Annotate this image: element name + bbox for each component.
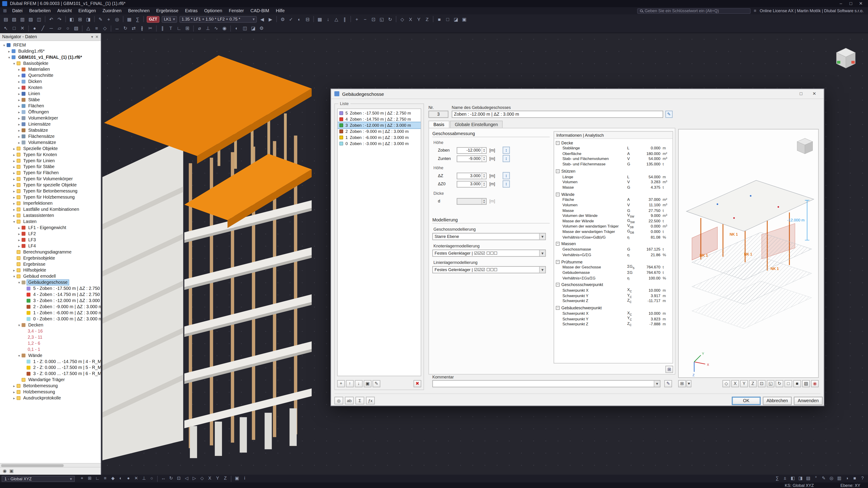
isometric-view-icon[interactable]: ◇ [398,15,406,23]
mirror-objects-icon[interactable]: ⇄ [129,24,138,32]
close-navigator-icon[interactable]: ✕ [95,35,98,39]
visibility-eye-icon[interactable]: ◉ [3,468,6,474]
intersection-snap-icon[interactable]: ✕ [132,475,140,482]
tree-item[interactable]: ▾Wände [0,352,101,359]
tree-item[interactable]: 1 - Zoben : -6.000 m | ΔZ : 3.000 m [0,310,101,316]
tree-item[interactable]: ▾Basisobjekte [0,60,101,66]
new-member-icon[interactable]: ─ [47,24,55,32]
divide-line-icon[interactable]: ∦ [138,24,146,32]
rotate-objects-icon[interactable]: ↻ [121,24,129,32]
new-text-icon[interactable]: T [166,24,175,32]
tree-item[interactable]: Ergebnisobjekte [0,255,101,261]
preview-fit-view-icon[interactable]: ◱ [767,380,774,387]
collapse-icon[interactable]: − [556,306,560,310]
info-table-button[interactable]: ⊞ [665,366,673,373]
deselect-all-icon[interactable]: ✕ [18,24,27,32]
menu-cad-bim[interactable]: CAD-BIM [247,7,272,14]
tree-item[interactable]: ▸Betonbemessung [0,383,101,389]
new-surface-icon[interactable]: ▱ [55,24,64,32]
apply-dz0-button[interactable]: ↕ [503,180,510,188]
menu-ansicht[interactable]: Ansicht [54,7,75,14]
tree-item[interactable]: 3 - Zoben : -12.000 m | ΔZ : 3.000 m [0,298,101,304]
snap-settings-icon[interactable]: ◎ [113,15,121,23]
info-group-header[interactable]: −Geschossschwerpunkt [555,282,671,288]
tree-item[interactable]: ▾Lasten [0,219,101,225]
load-combinations-icon[interactable]: ∑ [133,15,142,23]
tree-item[interactable]: ▸Liniensätze [0,121,101,127]
preview-rotate-icon[interactable]: ↻ [776,380,783,387]
new-line-support-icon[interactable]: ≡ [92,24,101,32]
max-min-values-icon[interactable]: ± [781,475,789,482]
story-list-item[interactable]: 5Zoben : -17.500 m | ΔZ : 2.750 m [338,110,421,116]
tree-item[interactable]: ▸Typen für Volumenkörper [0,176,101,182]
chevron-down-icon[interactable]: ▾ [686,380,691,387]
new-story-icon[interactable]: + [337,380,345,387]
menu-datei[interactable]: Datei [9,7,26,14]
tree-item[interactable]: ▸Knoten [0,85,101,91]
perpendicular-snap-icon[interactable]: ⊥ [140,475,148,482]
story-preview[interactable]: X Y Z -12.000 m NK 1NK 1NK 1NK 1 [678,129,819,378]
print-preview-icon[interactable]: ◫ [35,15,43,23]
help-icon[interactable]: ? [859,475,866,482]
generate-mesh-icon[interactable]: ▩ [315,15,324,23]
tree-item[interactable]: 2,3 - 11 [0,334,101,340]
hamburger-icon[interactable]: ≡ [754,8,756,13]
new-hinge-icon[interactable]: ◇ [101,24,109,32]
kommentar-combo[interactable]: ▼ [432,380,660,387]
display-settings-icon[interactable]: ⚙ [257,24,266,32]
collapse-icon[interactable]: − [556,283,560,287]
new-node-icon[interactable]: ● [31,24,39,32]
grid-toggle-icon[interactable]: ⊞ [86,475,94,482]
tree-item[interactable]: ▸LF1 - Eigengewicht [0,225,101,231]
menu-hilfe[interactable]: Hilfe [273,7,288,14]
load-combination-combo[interactable]: LK1 ▾ [162,16,177,22]
search-input[interactable]: Geben Sie ein Schlüsselwort ein (Alt+Q) [637,8,750,13]
apply-button[interactable]: Anwenden [794,397,823,405]
renderer-toggle-icon[interactable]: ■ [851,475,859,482]
render-solid-icon[interactable]: ■ [435,15,443,23]
menu-berechnen[interactable]: Berechnen [125,7,153,14]
dialog-maximize-button[interactable]: □ [795,90,807,98]
view-x-icon[interactable]: X [406,15,415,23]
check-model-icon[interactable]: ✓ [287,15,295,23]
preview-solid-icon[interactable]: ■ [793,380,801,387]
midpoint-snap-icon[interactable]: ◐ [117,475,125,482]
camera-view-icon[interactable]: ◉ [220,24,229,32]
tree-item[interactable]: ▸Imperfektionen [0,200,101,206]
result-tables-icon[interactable]: ⊟ [303,15,312,23]
info-group-header[interactable]: −Prüfsumme [555,259,671,264]
tree-item[interactable]: Wandartige Träger [0,377,101,383]
tree-item[interactable]: 2 - Zoben : -9.000 m | ΔZ : 3.000 m [0,304,101,310]
spinner-icon[interactable]: ▴▾ [482,148,486,153]
find-object-icon[interactable]: ◎ [828,475,835,482]
tree-item[interactable]: 4 - Zoben : -14.750 m | ΔZ : 2.750 m [0,292,101,298]
tree-item[interactable]: ▸LF3 [0,237,101,243]
menu-extras[interactable]: Extras [182,7,201,14]
menu-bearbeiten[interactable]: Bearbeiten [26,7,54,14]
dz0-input[interactable]: 3.000 ▴▾ [457,181,487,187]
sum-parameters-icon[interactable]: Σ [355,397,364,404]
orbit-view-icon[interactable]: ↻ [167,475,175,482]
tree-item[interactable]: ▸Materialien [0,66,101,72]
copy-story-icon[interactable]: ▣ [364,380,371,387]
select-mode-icon[interactable]: ⌖ [105,15,113,23]
dock-icon[interactable]: ▾ [91,35,93,39]
story-list-item[interactable]: 4Zoben : -14.750 m | ΔZ : 2.750 m [338,116,421,122]
renumber-stories-icon[interactable]: ✎ [373,380,380,387]
collapse-icon[interactable]: − [556,242,560,246]
measure-icon[interactable]: ⌀ [195,24,204,32]
result-values-icon[interactable]: ∑ [773,475,781,482]
apply-zunten-button[interactable]: ↕ [503,155,510,162]
undo-icon[interactable]: ↶ [47,15,55,23]
coordinate-system-combo[interactable]: 1 - Global XYZ ▾ [2,476,74,482]
info-group-header[interactable]: −Stützen [555,168,671,174]
view-y-icon[interactable]: Y [415,15,423,23]
spinner-icon[interactable]: ▴▾ [482,173,486,178]
navigator-header[interactable]: Navigator - Daten ▾ ✕ [0,33,101,41]
calculate-all-icon[interactable]: ⚙ [278,15,287,23]
combination-formula-combo[interactable]: 1.35 * LF1 + 1.50 * LF2 + 0.75 * ▾ [180,16,257,22]
zoben-input[interactable]: -12.000 ▴▾ [457,147,487,153]
tree-item[interactable]: ▸Linien [0,91,101,97]
tree-item[interactable]: Ergebnisse [0,261,101,267]
display-options-icon[interactable]: ab [345,397,354,404]
